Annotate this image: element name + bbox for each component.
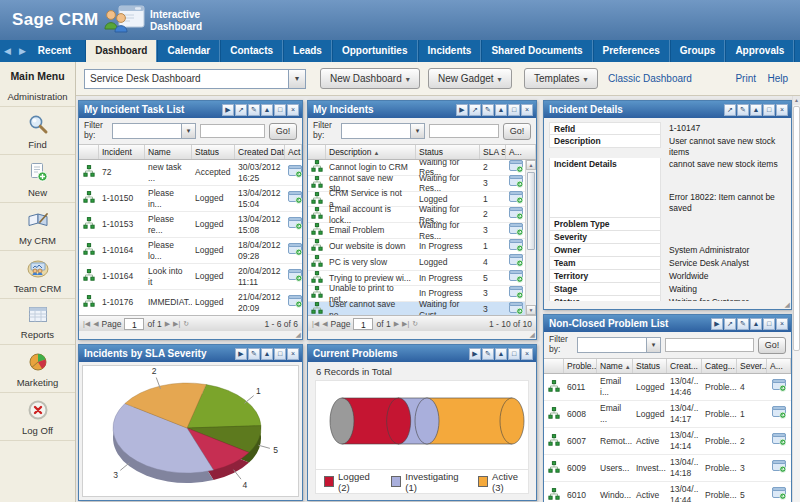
- action-icon[interactable]: [285, 295, 302, 311]
- scrollbar[interactable]: ▲ ▼: [525, 160, 536, 315]
- table-row[interactable]: Our website is downIn Progress1: [308, 239, 525, 255]
- edit-icon[interactable]: ✎: [737, 318, 749, 330]
- column-header-description[interactable]: Description▲: [326, 145, 416, 159]
- action-icon[interactable]: [767, 379, 791, 395]
- collapse-icon[interactable]: ▲: [261, 348, 273, 360]
- action-icon[interactable]: [285, 165, 302, 181]
- tab-groups[interactable]: Groups: [670, 40, 726, 62]
- help-link[interactable]: Help: [767, 73, 788, 84]
- link-icon[interactable]: ↗: [235, 104, 247, 116]
- collapse-icon[interactable]: ▲: [750, 104, 762, 116]
- action-icon[interactable]: [285, 217, 302, 233]
- page-input[interactable]: 1: [124, 318, 144, 330]
- first-page-icon[interactable]: |◀: [312, 320, 319, 328]
- collapse-icon[interactable]: ▲: [495, 348, 507, 360]
- play-icon[interactable]: ▶: [711, 318, 723, 330]
- tab-incidents[interactable]: Incidents: [418, 40, 482, 62]
- prev-page-icon[interactable]: ◀: [93, 320, 98, 328]
- tab-more[interactable]: •••: [794, 40, 800, 62]
- maximize-icon[interactable]: □: [508, 104, 520, 116]
- maximize-icon[interactable]: □: [274, 104, 286, 116]
- sidebar-item-log-off[interactable]: Log Off: [0, 393, 75, 441]
- go-button[interactable]: Go!: [758, 337, 786, 354]
- filter-select[interactable]: ▾: [577, 337, 661, 353]
- panel-header[interactable]: Non-Closed Problem List ▶↗✎▲□×: [544, 315, 791, 332]
- link-icon[interactable]: ↗: [469, 104, 481, 116]
- play-icon[interactable]: ▶: [456, 104, 468, 116]
- back-arrow-icon[interactable]: ◀: [0, 40, 15, 62]
- table-row[interactable]: 1-10164Look into itLogged20/04/2012 11:1…: [79, 264, 302, 290]
- table-row[interactable]: 6009Users...Invest...13/04/.. 14:18Probl…: [544, 455, 791, 482]
- column-header-status[interactable]: Status: [192, 145, 235, 159]
- play-icon[interactable]: ▶: [469, 348, 481, 360]
- action-icon[interactable]: [506, 239, 525, 255]
- edit-icon[interactable]: ✎: [248, 104, 260, 116]
- page-input[interactable]: 1: [353, 318, 373, 330]
- filter-select[interactable]: ▾: [112, 123, 196, 139]
- action-icon[interactable]: [506, 302, 525, 315]
- close-icon[interactable]: ×: [521, 348, 533, 360]
- table-row[interactable]: Email ProblemWaiting for Res...3: [308, 223, 525, 239]
- sidebar-item-marketing[interactable]: Marketing: [0, 345, 75, 393]
- page-scrollbar[interactable]: ▲: [792, 96, 800, 502]
- scroll-up-icon[interactable]: ▲: [793, 96, 800, 105]
- tab-approvals[interactable]: Approvals: [725, 40, 794, 62]
- edit-icon[interactable]: ✎: [482, 348, 494, 360]
- tab-shared-documents[interactable]: Shared Documents: [481, 40, 592, 62]
- edit-icon[interactable]: ✎: [482, 104, 494, 116]
- column-header-act[interactable]: Act...: [285, 145, 302, 159]
- link-icon[interactable]: ↗: [724, 104, 736, 116]
- column-header-sever[interactable]: Sever...: [737, 359, 767, 373]
- column-header-a[interactable]: A...: [767, 359, 791, 373]
- action-icon[interactable]: [767, 460, 791, 476]
- new-gadget-button[interactable]: New Gadget▾: [428, 68, 512, 89]
- close-icon[interactable]: ×: [776, 104, 788, 116]
- table-row[interactable]: 6011Email i...Logged13/04/.. 14:46Proble…: [544, 374, 791, 401]
- classic-dashboard-link[interactable]: Classic Dashboard: [608, 73, 692, 84]
- tab-contacts[interactable]: Contacts: [220, 40, 283, 62]
- sidebar-item-administration[interactable]: Administration: [0, 82, 75, 107]
- action-icon[interactable]: [767, 406, 791, 422]
- bar-segment-active[interactable]: [427, 398, 512, 444]
- panel-header[interactable]: Incident Details ↗✎▲□×: [544, 101, 791, 118]
- action-icon[interactable]: [285, 243, 302, 259]
- tab-opportunities[interactable]: Opportunities: [332, 40, 418, 62]
- panel-header[interactable]: Current Problems ▶✎▲□×: [308, 345, 536, 362]
- scrollbar-thumb[interactable]: [527, 172, 535, 250]
- prev-page-icon[interactable]: ◀: [322, 320, 327, 328]
- refresh-icon[interactable]: ↻: [183, 320, 189, 328]
- go-button[interactable]: Go!: [503, 123, 531, 140]
- table-row[interactable]: 6007Remot...Active13/04/.. 14:14Proble..…: [544, 428, 791, 455]
- column-header-sla-sev[interactable]: SLA Sev...: [480, 145, 506, 159]
- column-header-incident[interactable]: Incident: [99, 145, 145, 159]
- table-row[interactable]: 6008Email ...Logged13/04/.. 14:17Proble.…: [544, 401, 791, 428]
- dashboard-select[interactable]: Service Desk Dashboard ▾: [84, 69, 306, 89]
- last-page-icon[interactable]: ▶|: [402, 320, 409, 328]
- panel-header[interactable]: My Incident Task List ▶↗✎▲□×: [79, 101, 302, 118]
- sidebar-item-new[interactable]: New: [0, 155, 75, 203]
- column-header-creat[interactable]: Creat...: [667, 359, 702, 373]
- tab-leads[interactable]: Leads: [283, 40, 332, 62]
- table-row[interactable]: 1-10176IMMEDIAT...Logged21/04/2012 20:09: [79, 290, 302, 315]
- play-icon[interactable]: ▶: [222, 104, 234, 116]
- filter-input[interactable]: [200, 124, 265, 138]
- table-row[interactable]: User cannot save ne...Waiting for Cust..…: [308, 302, 525, 315]
- scroll-up-icon[interactable]: ▲: [526, 160, 536, 170]
- close-icon[interactable]: ×: [287, 348, 299, 360]
- go-button[interactable]: Go!: [269, 123, 297, 140]
- action-icon[interactable]: [506, 160, 525, 175]
- column-header-proble[interactable]: Proble...: [564, 359, 597, 373]
- action-icon[interactable]: [506, 223, 525, 239]
- filter-input[interactable]: [429, 124, 499, 138]
- close-icon[interactable]: ×: [287, 104, 299, 116]
- sidebar-item-reports[interactable]: Reports: [0, 299, 75, 345]
- column-header-name[interactable]: Name▲: [597, 359, 633, 373]
- sidebar-item-my-crm[interactable]: My CRM: [0, 203, 75, 251]
- action-icon[interactable]: [506, 270, 525, 286]
- column-header-icon[interactable]: [544, 359, 564, 373]
- resize-handle[interactable]: ◢: [296, 331, 301, 339]
- collapse-icon[interactable]: ▲: [495, 104, 507, 116]
- column-header-categ[interactable]: Categ...: [702, 359, 737, 373]
- column-header-created-date[interactable]: Created Date: [235, 145, 285, 159]
- action-icon[interactable]: [767, 487, 791, 502]
